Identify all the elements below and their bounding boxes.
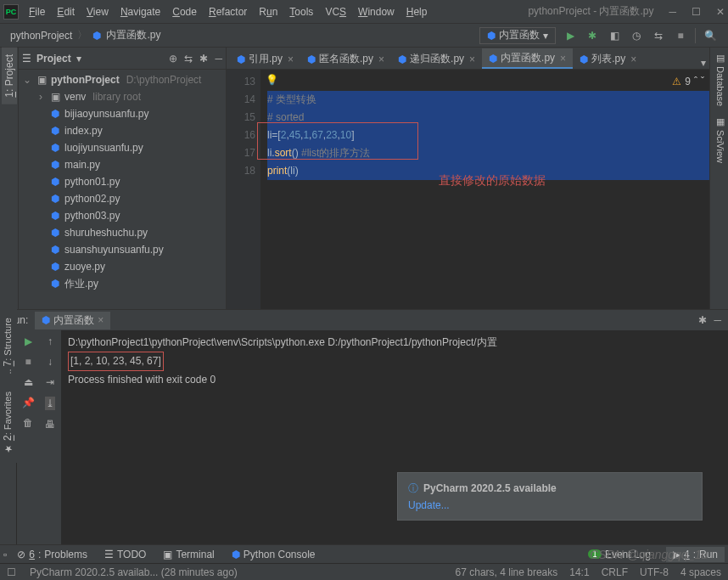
search-button[interactable]: 🔍 [703, 28, 718, 43]
chevron-down-icon[interactable]: ⌄ [22, 74, 32, 86]
tree-file[interactable]: ⬢python03.py [19, 207, 226, 224]
stop-button[interactable]: ■ [673, 28, 688, 43]
menu-file[interactable]: File [24, 3, 50, 20]
scroll-icon[interactable]: ⤓ [45, 397, 55, 410]
profile-button[interactable]: ◷ [629, 28, 644, 43]
info-icon: ⓘ [408, 482, 418, 494]
editor-tab[interactable]: ⬢列表.py× [573, 48, 643, 69]
inspections-widget[interactable]: ⚠ 9 ˆ ˇ [672, 73, 704, 91]
close-icon[interactable]: × [469, 53, 475, 65]
event-log-tab[interactable]: 1 Event Log [581, 547, 658, 562]
run-config-name: 内置函数 [499, 28, 540, 42]
close-icon[interactable]: × [630, 53, 636, 65]
stop-icon[interactable]: ■ [25, 356, 31, 368]
close-icon[interactable]: ✕ [716, 6, 725, 18]
close-icon[interactable]: × [288, 53, 294, 65]
tree-file[interactable]: ⬢suanshuyunsuanfu.py [19, 241, 226, 258]
sciview-tool-tab[interactable]: ▦ SciView [710, 111, 728, 168]
menu-view[interactable]: View [81, 3, 114, 20]
tree-file[interactable]: ⬢main.py [19, 156, 226, 173]
collapse-icon[interactable]: ✱ [199, 53, 208, 65]
problems-tab[interactable]: ⊘ 6: Problems [10, 547, 94, 562]
maximize-icon[interactable]: ☐ [692, 6, 701, 18]
tree-file[interactable]: ⬢python02.py [19, 190, 226, 207]
menu-tools[interactable]: Tools [284, 3, 318, 20]
project-panel-title[interactable]: Project [36, 53, 71, 65]
tree-file[interactable]: ⬢index.py [19, 122, 226, 139]
settings-icon[interactable]: ✱ [698, 314, 707, 326]
project-tree[interactable]: ⌄ ▣ pythonProject D:\pythonProject › ▣ v… [19, 70, 226, 309]
menu-code[interactable]: Code [167, 3, 202, 20]
menu-window[interactable]: Window [353, 3, 400, 20]
run-tab[interactable]: ⬢ 内置函数 × [35, 312, 110, 329]
run-tab[interactable]: ▶ 4: Run [666, 547, 725, 562]
todo-tab[interactable]: ☰ TODO [98, 547, 153, 562]
project-tool-tab[interactable]: 1: Project [2, 48, 17, 104]
run-button[interactable]: ▶ [563, 28, 578, 43]
down-icon[interactable]: ↓ [48, 356, 53, 368]
tree-root[interactable]: ⌄ ▣ pythonProject D:\pythonProject [19, 71, 226, 88]
tree-file[interactable]: ⬢作业.py [19, 275, 226, 292]
chevron-down-icon[interactable]: ▾ [76, 53, 81, 65]
menu-run[interactable]: Run [254, 3, 283, 20]
intention-bulb-icon[interactable]: 💡 [266, 71, 278, 89]
menu-help[interactable]: Help [401, 3, 433, 20]
editor-tab[interactable]: ⬢匿名函数.py× [300, 48, 391, 69]
hide-icon[interactable]: ─ [215, 53, 222, 65]
menu-vcs[interactable]: VCS [320, 3, 351, 20]
debug-button[interactable]: ✱ [585, 28, 600, 43]
code-area[interactable]: 131415161718 💡 ⚠ 9 ˆ ˇ # 类型转换 # sorted l… [227, 70, 709, 309]
tabs-overflow-icon[interactable]: ▾ [697, 57, 709, 69]
next-icon[interactable]: ˇ [701, 73, 704, 91]
exit-icon[interactable]: ⏏ [24, 376, 33, 388]
close-icon[interactable]: × [560, 53, 566, 65]
print-icon[interactable]: 🖶 [45, 419, 55, 431]
close-icon[interactable]: × [98, 314, 104, 326]
database-tool-tab[interactable]: ▤ Database [710, 48, 728, 111]
status-position[interactable]: 14:1 [569, 566, 589, 578]
tree-file[interactable]: ⬢shuruheshuchu.py [19, 224, 226, 241]
prev-icon[interactable]: ˆ [694, 73, 697, 91]
run-config-selector[interactable]: ⬢ 内置函数 ▾ [479, 27, 556, 44]
locate-icon[interactable]: ⊕ [169, 53, 177, 65]
separator [695, 28, 696, 43]
favorites-tool-tab[interactable]: ★ 2: Favorites [0, 383, 17, 463]
menu-refactor[interactable]: Refactor [204, 3, 252, 20]
update-link[interactable]: Update... [408, 499, 692, 511]
terminal-tab[interactable]: ▣ Terminal [156, 547, 221, 562]
tree-venv[interactable]: › ▣ venv library root [19, 88, 226, 105]
tool-window-list-icon[interactable]: ▫ [3, 549, 7, 560]
notification-popup[interactable]: ⓘPyCharm 2020.2.5 available Update... [397, 472, 703, 521]
editor-tab[interactable]: ⬢引用.py× [230, 48, 300, 69]
code-content[interactable]: 💡 ⚠ 9 ˆ ˇ # 类型转换 # sorted li=[2,45,1,67,… [260, 70, 709, 309]
breadcrumb-project[interactable]: pythonProject [10, 30, 72, 42]
tree-file[interactable]: ⬢zuoye.py [19, 258, 226, 275]
tree-file[interactable]: ⬢bijiaoyunsuanfu.py [19, 105, 226, 122]
status-eol[interactable]: CRLF [602, 566, 628, 578]
status-icon[interactable]: ☐ [7, 566, 16, 578]
status-message[interactable]: PyCharm 2020.2.5 availab... (28 minutes … [30, 566, 238, 578]
hide-icon[interactable]: ─ [714, 314, 721, 326]
expand-icon[interactable]: ⇆ [184, 53, 193, 65]
python-console-tab[interactable]: ⬢ Python Console [225, 547, 322, 562]
structure-tool-tab[interactable]: .. 7: Structure [0, 309, 17, 383]
rerun-icon[interactable]: ▶ [25, 335, 32, 347]
coverage-button[interactable]: ◧ [607, 28, 622, 43]
menu-edit[interactable]: Edit [52, 3, 80, 20]
breadcrumb-file[interactable]: 内置函数.py [106, 28, 160, 42]
up-icon[interactable]: ↑ [48, 335, 53, 347]
editor-tab[interactable]: ⬢内置函数.py× [482, 48, 573, 69]
editor-tab[interactable]: ⬢递归函数.py× [391, 48, 482, 69]
menu-navigate[interactable]: Navigate [115, 3, 165, 20]
status-indent[interactable]: 4 spaces [680, 566, 721, 578]
minimize-icon[interactable]: ─ [669, 6, 676, 18]
trash-icon[interactable]: 🗑 [23, 417, 33, 429]
tree-file[interactable]: ⬢python01.py [19, 173, 226, 190]
status-encoding[interactable]: UTF-8 [640, 566, 669, 578]
tree-file[interactable]: ⬢luojiyunsuanfu.py [19, 139, 226, 156]
wrap-icon[interactable]: ⇥ [46, 376, 54, 388]
pin-icon[interactable]: 📌 [22, 397, 35, 408]
attach-button[interactable]: ⇆ [651, 28, 666, 43]
close-icon[interactable]: × [378, 53, 384, 65]
chevron-right-icon[interactable]: › [36, 91, 46, 103]
